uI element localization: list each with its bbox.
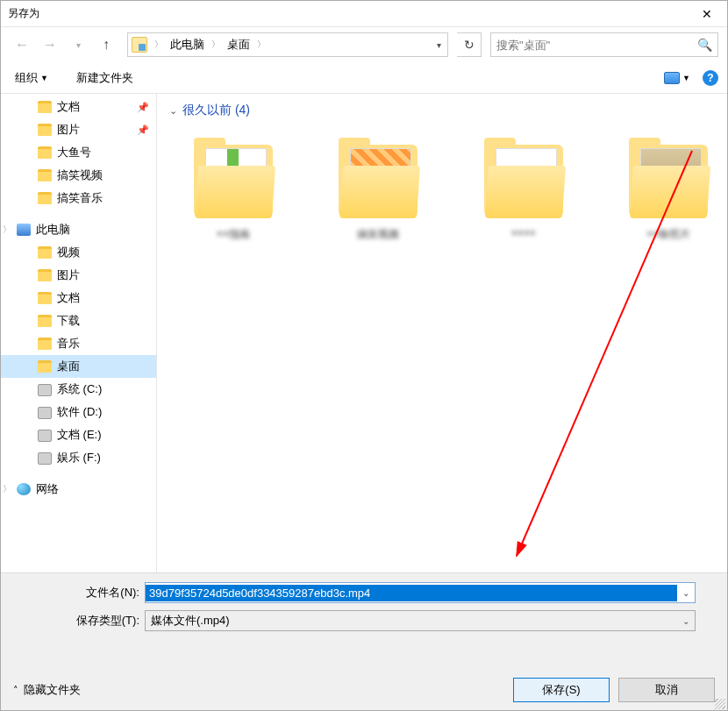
new-folder-button[interactable]: 新建文件夹 <box>71 67 139 89</box>
filename-row: 文件名(N): 39d79f35724d5de0df334359287ebd3c… <box>13 582 715 603</box>
view-icon <box>664 72 680 84</box>
sidebar-item[interactable]: 下载 <box>1 309 156 332</box>
sidebar-item[interactable]: 〉此电脑 <box>1 218 156 241</box>
folder-icon <box>38 146 52 159</box>
filetype-select[interactable]: 媒体文件(.mp4) ⌄ <box>145 610 696 631</box>
save-button[interactable]: 保存(S) <box>513 678 610 702</box>
sidebar-item-label: 音乐 <box>57 336 80 352</box>
file-item[interactable]: 搞笑视频 <box>332 136 425 242</box>
search-icon[interactable]: 🔍 <box>697 38 712 52</box>
folder-icon <box>38 124 52 136</box>
cancel-button[interactable]: 取消 <box>618 678 715 702</box>
sidebar-item[interactable]: 视频 <box>1 241 156 264</box>
group-label: 很久以前 (4) <box>182 103 250 118</box>
pc-icon <box>17 224 31 236</box>
address-bar[interactable]: 〉 此电脑 〉 桌面 〉 ▾ <box>127 32 448 57</box>
drive-icon <box>38 452 52 465</box>
breadcrumb-desktop[interactable]: 桌面 <box>225 37 252 53</box>
file-name: 搞笑视频 <box>332 227 425 242</box>
sidebar-item[interactable]: 文档 (E:) <box>1 423 156 446</box>
sidebar-item-label: 此电脑 <box>36 222 70 238</box>
footer-bar: ˄ 隐藏文件夹 保存(S) 取消 <box>13 678 715 702</box>
sidebar-item-label: 文档 <box>57 290 80 306</box>
navigation-pane[interactable]: 文档📌图片📌大鱼号搞笑视频搞笑音乐〉此电脑视频图片文档下载音乐桌面系统 (C:)… <box>1 94 157 572</box>
filename-input[interactable]: 39d79f35724d5de0df334359287ebd3c.mp4 ⌄ <box>145 582 696 603</box>
group-header[interactable]: ⌄ 很久以前 (4) <box>169 103 715 118</box>
filename-value: 39d79f35724d5de0df334359287ebd3c.mp4 <box>146 585 677 601</box>
sidebar-item[interactable]: 系统 (C:) <box>1 378 156 401</box>
folder-thumbnail <box>480 136 567 224</box>
drive-icon <box>38 407 52 419</box>
file-grid: ××指南搞笑视频××××××验照片 <box>169 127 715 242</box>
filename-label: 文件名(N): <box>13 585 145 601</box>
folder-icon <box>38 246 52 259</box>
caret-down-icon: ▼ <box>682 74 690 82</box>
folder-icon <box>38 101 52 113</box>
file-item[interactable]: ××验照片 <box>623 136 716 242</box>
caret-down-icon: ▼ <box>40 74 48 82</box>
recent-dropdown[interactable]: ▾ <box>66 32 90 57</box>
file-item[interactable]: ×××× <box>477 136 570 242</box>
sidebar-item-label: 系统 (C:) <box>57 381 102 397</box>
organize-button[interactable]: 组织 ▼ <box>10 67 54 89</box>
sidebar-item-label: 网络 <box>36 481 59 497</box>
sidebar-item-label: 图片 <box>57 267 80 283</box>
sidebar-item-label: 软件 (D:) <box>57 404 102 420</box>
sidebar-item-label: 搞笑音乐 <box>57 190 103 206</box>
back-button[interactable]: ← <box>10 32 34 57</box>
sidebar-item[interactable]: 〉网络 <box>1 478 156 501</box>
hide-folders-label: 隐藏文件夹 <box>24 682 81 698</box>
sidebar-item[interactable]: 文档 <box>1 287 156 309</box>
forward-button[interactable]: → <box>38 32 62 57</box>
sidebar-item-label: 图片 <box>57 122 80 138</box>
address-dropdown[interactable]: ▾ <box>430 40 447 50</box>
filetype-dropdown[interactable]: ⌄ <box>682 616 689 626</box>
chevron-right-icon[interactable]: 〉 <box>149 39 168 51</box>
collapse-icon[interactable]: ⌄ <box>169 105 177 117</box>
sidebar-item[interactable]: 搞笑音乐 <box>1 187 156 210</box>
folder-thumbnail <box>334 136 422 224</box>
help-button[interactable]: ? <box>703 70 718 86</box>
command-bar: 组织 ▼ 新建文件夹 ▼ ? <box>1 62 727 94</box>
view-button[interactable]: ▼ <box>664 72 690 84</box>
search-input[interactable] <box>496 39 697 52</box>
expand-icon[interactable]: 〉 <box>3 224 11 236</box>
sidebar-item[interactable]: 桌面 <box>1 355 156 378</box>
filetype-row: 保存类型(T): 媒体文件(.mp4) ⌄ <box>13 610 715 631</box>
sidebar-item[interactable]: 图片 <box>1 264 156 287</box>
file-name: ××验照片 <box>623 227 716 242</box>
sidebar-item[interactable]: 搞笑视频 <box>1 164 156 187</box>
sidebar-item[interactable]: 娱乐 (F:) <box>1 446 156 469</box>
sidebar-item[interactable]: 大鱼号 <box>1 141 156 164</box>
close-button[interactable]: ✕ <box>694 7 720 21</box>
folder-icon <box>38 315 52 327</box>
expand-icon[interactable]: 〉 <box>3 483 11 495</box>
sidebar-item[interactable]: 音乐 <box>1 332 156 355</box>
sidebar-item[interactable]: 文档📌 <box>1 96 156 118</box>
chevron-right-icon[interactable]: 〉 <box>252 39 271 51</box>
folder-icon <box>38 292 52 304</box>
sidebar-item-label: 娱乐 (F:) <box>57 450 101 466</box>
hide-folders-button[interactable]: ˄ 隐藏文件夹 <box>13 682 81 698</box>
refresh-button[interactable]: ↻ <box>457 32 482 57</box>
chevron-right-icon[interactable]: 〉 <box>206 39 225 51</box>
pin-icon: 📌 <box>137 102 149 113</box>
new-folder-label: 新建文件夹 <box>76 70 133 86</box>
filetype-value: 媒体文件(.mp4) <box>151 613 230 629</box>
drive-icon <box>38 384 52 396</box>
chevron-up-icon: ˄ <box>13 685 18 696</box>
sidebar-item[interactable]: 图片📌 <box>1 118 156 141</box>
folder-thumbnail <box>625 136 712 224</box>
title-bar: 另存为 ✕ <box>1 1 727 27</box>
file-item[interactable]: ××指南 <box>187 136 280 242</box>
resize-grip[interactable] <box>715 699 725 709</box>
up-button[interactable]: ↑ <box>94 32 118 57</box>
file-list[interactable]: ⌄ 很久以前 (4) ××指南搞笑视频××××××验照片 <box>157 94 727 572</box>
filename-dropdown[interactable]: ⌄ <box>677 588 695 598</box>
breadcrumb-pc[interactable]: 此电脑 <box>168 37 206 53</box>
drive-icon <box>38 430 52 442</box>
sidebar-item[interactable]: 软件 (D:) <box>1 401 156 423</box>
search-box[interactable]: 🔍 <box>490 32 718 57</box>
sidebar-item-label: 桌面 <box>57 359 80 374</box>
filetype-label: 保存类型(T): <box>13 613 145 629</box>
